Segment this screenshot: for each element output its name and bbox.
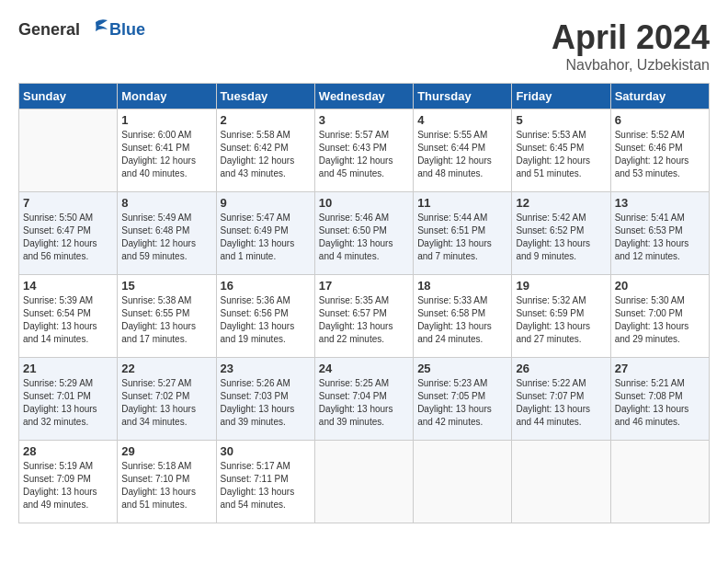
calendar-week-row: 14Sunrise: 5:39 AMSunset: 6:54 PMDayligh…	[19, 275, 710, 358]
day-info: Sunrise: 5:58 AMSunset: 6:42 PMDaylight:…	[221, 129, 311, 180]
calendar-cell: 24Sunrise: 5:25 AMSunset: 7:04 PMDayligh…	[314, 358, 413, 441]
calendar-cell: 4Sunrise: 5:55 AMSunset: 6:44 PMDaylight…	[414, 109, 512, 192]
day-number: 16	[221, 279, 311, 293]
day-info: Sunrise: 5:55 AMSunset: 6:44 PMDaylight:…	[417, 129, 507, 180]
logo: General Blue	[18, 18, 145, 40]
day-number: 8	[121, 196, 211, 210]
day-info: Sunrise: 5:25 AMSunset: 7:04 PMDaylight:…	[319, 377, 409, 429]
day-number: 26	[516, 362, 606, 375]
day-info: Sunrise: 5:26 AMSunset: 7:03 PMDaylight:…	[221, 377, 311, 429]
calendar-cell: 15Sunrise: 5:38 AMSunset: 6:55 PMDayligh…	[118, 275, 216, 358]
day-info: Sunrise: 5:49 AMSunset: 6:48 PMDaylight:…	[121, 212, 211, 263]
day-number: 15	[121, 279, 211, 293]
calendar-cell: 20Sunrise: 5:30 AMSunset: 7:00 PMDayligh…	[610, 275, 709, 358]
calendar-table: SundayMondayTuesdayWednesdayThursdayFrid…	[18, 83, 710, 523]
day-number: 4	[417, 113, 507, 127]
day-info: Sunrise: 5:53 AMSunset: 6:45 PMDaylight:…	[516, 129, 606, 180]
weekday-header-row: SundayMondayTuesdayWednesdayThursdayFrid…	[19, 84, 710, 109]
day-info: Sunrise: 5:39 AMSunset: 6:54 PMDaylight:…	[23, 294, 113, 346]
calendar-cell	[19, 109, 118, 192]
logo-text-general: General	[18, 20, 80, 40]
day-info: Sunrise: 5:27 AMSunset: 7:02 PMDaylight:…	[121, 377, 211, 429]
day-info: Sunrise: 5:33 AMSunset: 6:58 PMDaylight:…	[417, 294, 507, 346]
day-info: Sunrise: 5:46 AMSunset: 6:50 PMDaylight:…	[319, 212, 409, 263]
calendar-cell: 6Sunrise: 5:52 AMSunset: 6:46 PMDaylight…	[610, 109, 709, 192]
calendar-cell: 27Sunrise: 5:21 AMSunset: 7:08 PMDayligh…	[610, 358, 709, 441]
calendar-cell	[314, 441, 413, 523]
day-number: 7	[23, 196, 113, 210]
weekday-header-sunday: Sunday	[19, 84, 118, 109]
day-number: 13	[615, 196, 705, 210]
calendar-cell: 16Sunrise: 5:36 AMSunset: 6:56 PMDayligh…	[216, 275, 314, 358]
calendar-cell: 30Sunrise: 5:17 AMSunset: 7:11 PMDayligh…	[216, 441, 314, 523]
weekday-header-saturday: Saturday	[610, 84, 709, 109]
day-info: Sunrise: 5:32 AMSunset: 6:59 PMDaylight:…	[516, 294, 606, 346]
day-number: 25	[417, 362, 507, 375]
day-number: 2	[221, 113, 311, 127]
calendar-cell	[610, 441, 709, 523]
day-info: Sunrise: 5:47 AMSunset: 6:49 PMDaylight:…	[221, 212, 311, 263]
day-info: Sunrise: 5:42 AMSunset: 6:52 PMDaylight:…	[516, 212, 606, 263]
weekday-header-monday: Monday	[118, 84, 216, 109]
calendar-week-row: 1Sunrise: 6:00 AMSunset: 6:41 PMDaylight…	[19, 109, 710, 192]
day-number: 11	[417, 196, 507, 210]
day-number: 22	[121, 362, 211, 375]
day-info: Sunrise: 5:38 AMSunset: 6:55 PMDaylight:…	[121, 294, 211, 346]
calendar-cell: 12Sunrise: 5:42 AMSunset: 6:52 PMDayligh…	[512, 192, 610, 275]
calendar-cell: 18Sunrise: 5:33 AMSunset: 6:58 PMDayligh…	[414, 275, 512, 358]
day-info: Sunrise: 5:22 AMSunset: 7:07 PMDaylight:…	[516, 377, 606, 429]
calendar-cell: 28Sunrise: 5:19 AMSunset: 7:09 PMDayligh…	[19, 441, 118, 523]
day-number: 18	[417, 279, 507, 293]
day-info: Sunrise: 5:18 AMSunset: 7:10 PMDaylight:…	[121, 460, 211, 511]
month-title: April 2024	[552, 18, 710, 57]
calendar-cell	[414, 441, 512, 523]
calendar-cell: 1Sunrise: 6:00 AMSunset: 6:41 PMDaylight…	[118, 109, 216, 192]
calendar-cell	[512, 441, 610, 523]
weekday-header-thursday: Thursday	[414, 84, 512, 109]
day-info: Sunrise: 5:57 AMSunset: 6:43 PMDaylight:…	[319, 129, 409, 180]
day-info: Sunrise: 5:52 AMSunset: 6:46 PMDaylight:…	[615, 129, 705, 180]
calendar-cell: 10Sunrise: 5:46 AMSunset: 6:50 PMDayligh…	[314, 192, 413, 275]
weekday-header-tuesday: Tuesday	[216, 84, 314, 109]
day-info: Sunrise: 6:00 AMSunset: 6:41 PMDaylight:…	[121, 129, 211, 180]
day-info: Sunrise: 5:17 AMSunset: 7:11 PMDaylight:…	[221, 460, 311, 511]
day-number: 21	[23, 362, 113, 375]
calendar-cell: 9Sunrise: 5:47 AMSunset: 6:49 PMDaylight…	[216, 192, 314, 275]
weekday-header-wednesday: Wednesday	[314, 84, 413, 109]
logo-text-blue: Blue	[109, 20, 145, 40]
day-number: 27	[615, 362, 705, 375]
day-info: Sunrise: 5:35 AMSunset: 6:57 PMDaylight:…	[319, 294, 409, 346]
calendar-cell: 19Sunrise: 5:32 AMSunset: 6:59 PMDayligh…	[512, 275, 610, 358]
day-info: Sunrise: 5:19 AMSunset: 7:09 PMDaylight:…	[23, 460, 113, 511]
calendar-week-row: 21Sunrise: 5:29 AMSunset: 7:01 PMDayligh…	[19, 358, 710, 441]
calendar-cell: 21Sunrise: 5:29 AMSunset: 7:01 PMDayligh…	[19, 358, 118, 441]
logo-bird-icon	[82, 18, 109, 40]
day-info: Sunrise: 5:44 AMSunset: 6:51 PMDaylight:…	[417, 212, 507, 263]
day-info: Sunrise: 5:36 AMSunset: 6:56 PMDaylight:…	[221, 294, 311, 346]
calendar-cell: 13Sunrise: 5:41 AMSunset: 6:53 PMDayligh…	[610, 192, 709, 275]
day-info: Sunrise: 5:30 AMSunset: 7:00 PMDaylight:…	[615, 294, 705, 346]
day-number: 14	[23, 279, 113, 293]
day-info: Sunrise: 5:41 AMSunset: 6:53 PMDaylight:…	[615, 212, 705, 263]
day-info: Sunrise: 5:50 AMSunset: 6:47 PMDaylight:…	[23, 212, 113, 263]
day-number: 9	[221, 196, 311, 210]
calendar-cell: 14Sunrise: 5:39 AMSunset: 6:54 PMDayligh…	[19, 275, 118, 358]
day-number: 30	[221, 444, 311, 458]
day-info: Sunrise: 5:23 AMSunset: 7:05 PMDaylight:…	[417, 377, 507, 429]
location-title: Navbahor, Uzbekistan	[552, 57, 710, 74]
day-number: 5	[516, 113, 606, 127]
calendar-cell: 17Sunrise: 5:35 AMSunset: 6:57 PMDayligh…	[314, 275, 413, 358]
calendar-cell: 11Sunrise: 5:44 AMSunset: 6:51 PMDayligh…	[414, 192, 512, 275]
weekday-header-friday: Friday	[512, 84, 610, 109]
calendar-week-row: 28Sunrise: 5:19 AMSunset: 7:09 PMDayligh…	[19, 441, 710, 523]
calendar-week-row: 7Sunrise: 5:50 AMSunset: 6:47 PMDaylight…	[19, 192, 710, 275]
day-info: Sunrise: 5:21 AMSunset: 7:08 PMDaylight:…	[615, 377, 705, 429]
calendar-cell: 3Sunrise: 5:57 AMSunset: 6:43 PMDaylight…	[314, 109, 413, 192]
day-number: 3	[319, 113, 409, 127]
calendar-cell: 5Sunrise: 5:53 AMSunset: 6:45 PMDaylight…	[512, 109, 610, 192]
calendar-cell: 26Sunrise: 5:22 AMSunset: 7:07 PMDayligh…	[512, 358, 610, 441]
day-number: 19	[516, 279, 606, 293]
title-area: April 2024 Navbahor, Uzbekistan	[552, 18, 710, 74]
day-info: Sunrise: 5:29 AMSunset: 7:01 PMDaylight:…	[23, 377, 113, 429]
calendar-cell: 8Sunrise: 5:49 AMSunset: 6:48 PMDaylight…	[118, 192, 216, 275]
